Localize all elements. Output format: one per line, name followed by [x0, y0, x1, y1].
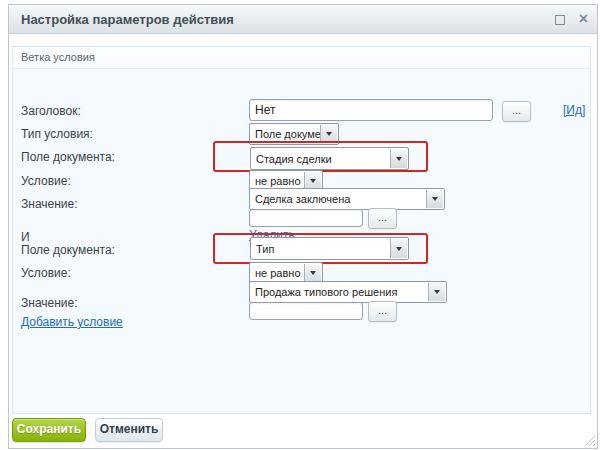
field2-value: Тип	[256, 238, 390, 259]
add-condition-link[interactable]: Добавить условие	[21, 315, 123, 329]
chevron-down-icon	[390, 239, 407, 258]
value1-label: Значение:	[21, 197, 78, 211]
operator2-value: не равно	[255, 263, 304, 283]
value2-select[interactable]: Продажа типового решения	[249, 281, 447, 303]
chevron-down-icon	[428, 283, 445, 301]
id-link[interactable]: [Ид]	[563, 103, 585, 117]
condition-type-value: Поле документа	[255, 124, 320, 144]
cancel-button[interactable]: Отменить	[95, 418, 163, 442]
value1-more-button[interactable]: ...	[368, 208, 397, 229]
operator2-label: Условие:	[21, 266, 71, 280]
field2-label: Поле документа:	[21, 243, 115, 257]
condition-type-label: Тип условия:	[21, 127, 93, 141]
condition-type-select[interactable]: Поле документа	[249, 123, 339, 145]
dialog-titlebar: Настройка параметров действия ×	[9, 5, 597, 34]
chevron-down-icon	[426, 190, 443, 208]
dialog-title: Настройка параметров действия	[21, 12, 234, 27]
chevron-down-icon	[304, 264, 321, 282]
value2-select-value: Продажа типового решения	[255, 282, 428, 302]
value2-more-button[interactable]: ...	[368, 301, 397, 322]
field1-label: Поле документа:	[21, 150, 115, 164]
chevron-down-icon	[320, 125, 337, 143]
field2-select[interactable]: Тип	[250, 237, 409, 260]
save-button[interactable]: Сохранить	[12, 418, 86, 442]
join-and-label: И	[21, 230, 30, 244]
dialog-window: Настройка параметров действия × Ветка ус…	[8, 4, 598, 449]
value1-input[interactable]	[249, 209, 363, 227]
condition-branch-panel: Ветка условия Заголовок: ... [Ид] Тип ус…	[12, 46, 591, 414]
value2-input[interactable]	[249, 302, 363, 320]
value1-select[interactable]: Сделка заключена	[249, 188, 445, 210]
panel-header: Ветка условия	[13, 47, 590, 69]
field1-value: Стадия сделки	[256, 148, 390, 169]
resize-grip-icon[interactable]	[584, 435, 595, 446]
title-more-button[interactable]: ...	[502, 101, 531, 122]
field1-select[interactable]: Стадия сделки	[250, 147, 409, 170]
maximize-icon[interactable]	[555, 15, 565, 25]
operator1-label: Условие:	[21, 174, 71, 188]
title-input[interactable]	[249, 99, 493, 121]
value1-select-value: Сделка заключена	[255, 189, 426, 209]
title-label: Заголовок:	[21, 104, 81, 118]
value2-label: Значение:	[21, 296, 78, 310]
close-icon[interactable]: ×	[579, 9, 588, 29]
chevron-down-icon	[390, 149, 407, 168]
